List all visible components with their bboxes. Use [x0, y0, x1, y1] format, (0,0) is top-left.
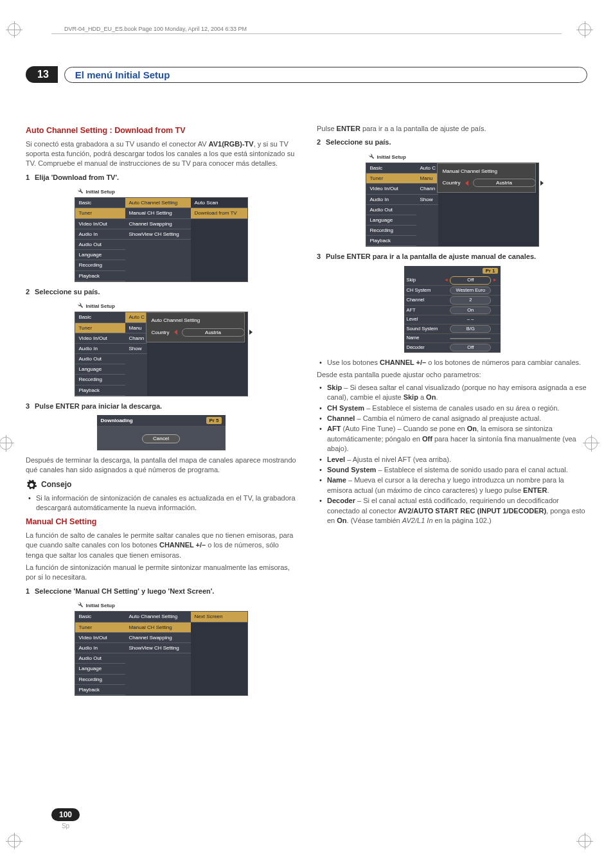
chapter-title: El menú Initial Setup [64, 67, 587, 83]
chapter-bar: 13 El menú Initial Setup [26, 66, 587, 83]
manual-ch-p1: La función de salto de canales le permit… [26, 531, 296, 560]
osd-pr1-table: Pr 1 Skip ◄ Off ► CH SystemWestern Euro … [404, 266, 501, 353]
bookline-text: DVR-04_HDD_EU_ES.book Page 100 Monday, A… [64, 26, 587, 32]
left-column: Auto Channel Setting : Download from TV … [26, 121, 296, 701]
step-1-download: 1Elija 'Download from TV'. [26, 173, 296, 182]
param-channel: Channel – Cambia el número de canal asig… [319, 414, 587, 423]
osd-manual-ch: Initial Setup Basic Tuner Video In/Out A… [75, 600, 248, 696]
eight-params-intro: Desde esta pantalla puede ajustar ocho p… [317, 370, 587, 380]
wrench-icon [368, 153, 375, 161]
manual-ch-p2: La función de sintonización manual le pe… [26, 563, 296, 583]
gear-icon [26, 479, 37, 491]
right-step-2: 2Seleccione su país. [317, 137, 587, 147]
wrench-icon [77, 188, 84, 196]
bookline-rule [51, 33, 562, 34]
manual-step-1: 1Seleccione 'Manual CH Setting' y luego … [26, 587, 296, 596]
triangle-left-icon [174, 330, 177, 335]
registration-mark-icon [576, 832, 594, 850]
registration-mark-icon [5, 21, 23, 39]
channel-buttons-note: Use los botones CHANNEL +/– o los botone… [319, 358, 587, 368]
wrench-icon [77, 601, 84, 610]
triangle-right-icon [540, 181, 544, 186]
heading-manual-ch: Manual CH Setting [26, 517, 296, 528]
page-badge: 100 Sp [51, 808, 80, 829]
param-skip: Skip – Si desea saltar el canal visualiz… [319, 383, 587, 403]
heading-auto-channel: Auto Channel Setting : Download from TV [26, 125, 296, 137]
step-3-enter: 3Pulse ENTER para iniciar la descarga. [26, 402, 296, 411]
tip-row: Consejo [26, 479, 296, 491]
triangle-left-icon [465, 181, 468, 186]
after-download-text: Después de terminar la descarga, la pant… [26, 456, 296, 475]
registration-mark-icon [576, 21, 594, 39]
param-name: Name – Mueva el cursor a la derecha y lu… [319, 475, 587, 495]
chapter-number: 13 [26, 66, 58, 83]
osd-downloading: Downloading Pr 5 Cancel [97, 415, 226, 450]
right-intro: Pulse ENTER para ir a a la pantalla de a… [317, 124, 587, 134]
osd-country-manual: Initial Setup Basic Tuner Video In/Out A… [366, 152, 539, 247]
auto-channel-intro: Si conectó esta grabadora a su TV usando… [26, 139, 296, 169]
page-number: 100 [51, 808, 80, 821]
step-2-country: 2Seleccione su país. [26, 287, 296, 297]
tip-item: Si la información de sintonización de ca… [28, 493, 296, 513]
osd-download-from-tv: Initial Setup Basic Tuner Video In/Out A… [75, 186, 248, 282]
registration-mark-icon [5, 832, 23, 850]
wrench-icon [77, 302, 84, 310]
param-level: Level – Ajusta el nivel AFT (vea arriba)… [319, 455, 587, 465]
triangle-right-icon [249, 330, 253, 335]
osd-country-auto: Initial Setup Basic Tuner Video In/Out A… [75, 301, 248, 396]
param-sound-system: Sound System – Establece el sistema de s… [319, 465, 587, 475]
registration-mark-icon [582, 434, 600, 452]
page-lang: Sp [51, 822, 80, 829]
registration-mark-icon [0, 434, 15, 452]
cancel-button[interactable]: Cancel [142, 434, 180, 443]
param-chsystem: CH System – Establece el sistema de cana… [319, 403, 587, 413]
param-aft: AFT (Auto Fine Tune) – Cuando se pone en… [319, 424, 587, 454]
right-step-3: 3Pulse ENTER para ir a la pantalla de aj… [317, 252, 587, 261]
param-decoder: Decoder – Si el canal actual está codifi… [319, 496, 587, 526]
right-column: Pulse ENTER para ir a a la pantalla de a… [317, 121, 587, 701]
